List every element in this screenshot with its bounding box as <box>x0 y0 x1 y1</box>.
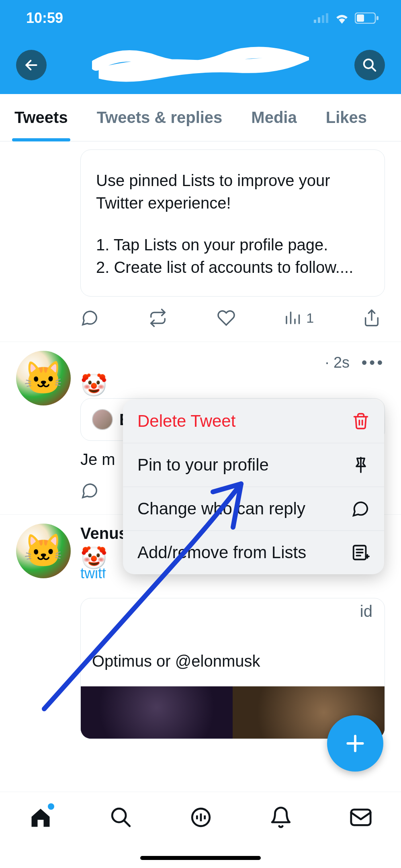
nav-spaces[interactable] <box>189 806 213 831</box>
svg-rect-1 <box>318 17 320 23</box>
search-button[interactable] <box>354 50 385 80</box>
menu-delete-tweet[interactable]: Delete Tweet <box>123 399 384 443</box>
menu-add-remove-lists[interactable]: Add/remove from Lists <box>123 530 384 574</box>
like-button[interactable] <box>217 309 235 327</box>
context-menu: Delete Tweet Pin to your profile Change … <box>123 399 384 574</box>
avatar[interactable]: 🐱 <box>16 351 71 405</box>
back-arrow-icon <box>24 57 39 73</box>
header <box>0 36 401 94</box>
svg-rect-3 <box>326 13 328 23</box>
tweet-more-button[interactable]: ••• <box>362 354 385 371</box>
status-bar: 10:59 <box>0 0 401 36</box>
redacted-title <box>55 47 346 83</box>
profile-tabs: Tweets Tweets & replies Media Likes <box>0 94 401 141</box>
retweet-button[interactable] <box>147 309 168 327</box>
trash-icon <box>352 412 370 430</box>
compose-fab[interactable] <box>327 715 383 772</box>
card-line3: 2. Create list of accounts to follow.... <box>96 256 369 278</box>
nav-messages[interactable] <box>349 806 372 831</box>
like-icon <box>217 309 235 327</box>
redacted-username <box>80 353 316 372</box>
battery-icon <box>355 12 379 24</box>
nav-search[interactable] <box>109 806 133 831</box>
svg-rect-6 <box>376 16 378 20</box>
svg-rect-0 <box>314 20 316 23</box>
nav-home[interactable] <box>29 806 53 831</box>
svg-rect-5 <box>357 14 364 22</box>
status-icons <box>314 12 379 24</box>
pinned-lists-card[interactable]: Use pinned Lists to improve your Twitter… <box>80 149 385 297</box>
mic-spaces-icon <box>189 806 213 829</box>
analytics-icon <box>284 309 301 326</box>
list-add-icon <box>351 543 370 562</box>
tab-likes[interactable]: Likes <box>311 94 381 141</box>
share-icon <box>362 309 381 327</box>
reply-icon[interactable] <box>80 481 99 500</box>
tweet-actions-row: 1 <box>0 297 401 342</box>
plus-icon <box>344 732 366 755</box>
tab-tweets[interactable]: Tweets <box>0 94 82 141</box>
bell-icon <box>269 806 293 829</box>
share-button[interactable] <box>362 309 381 327</box>
svg-rect-2 <box>322 15 324 23</box>
avatar[interactable]: 🐱 <box>16 524 71 578</box>
quoted-card[interactable]: id Optimus or @elonmusk <box>80 598 385 739</box>
clown-emoji: 🤡 <box>80 545 107 571</box>
svg-line-9 <box>372 67 376 71</box>
wifi-icon <box>334 12 350 24</box>
analytics-button[interactable]: 1 <box>284 309 314 326</box>
retweet-icon <box>147 309 168 327</box>
card-line2: 1. Tap Lists on your profile page. <box>96 233 369 256</box>
nav-notifications[interactable] <box>269 806 293 831</box>
clown-emoji: 🤡 <box>80 373 107 398</box>
reply-icon <box>80 309 99 327</box>
quoted-card-text: Optimus or @elonmusk <box>92 652 260 670</box>
svg-rect-31 <box>351 810 370 825</box>
menu-pin-profile[interactable]: Pin to your profile <box>123 443 384 487</box>
search-icon <box>109 806 133 829</box>
status-time: 10:59 <box>26 10 63 27</box>
notification-dot <box>48 803 54 810</box>
menu-change-reply[interactable]: Change who can reply <box>123 487 384 530</box>
tab-media[interactable]: Media <box>237 94 311 141</box>
home-indicator <box>140 856 261 860</box>
svg-line-26 <box>124 820 130 826</box>
quoted-top-fragment: id <box>360 602 372 620</box>
pin-icon <box>352 456 370 474</box>
tweet-time: · 2s <box>325 354 350 371</box>
home-icon <box>29 806 53 830</box>
search-icon <box>362 57 377 73</box>
card-line1: Use pinned Lists to improve your Twitter… <box>96 169 369 214</box>
tab-tweets-replies[interactable]: Tweets & replies <box>82 94 237 141</box>
signal-icon <box>314 13 329 23</box>
quoted-avatar <box>92 409 113 430</box>
mail-icon <box>349 806 372 829</box>
back-button[interactable] <box>16 50 47 80</box>
reply-bubble-icon <box>351 500 370 518</box>
reply-button[interactable] <box>80 309 99 327</box>
analytics-count: 1 <box>306 310 314 326</box>
